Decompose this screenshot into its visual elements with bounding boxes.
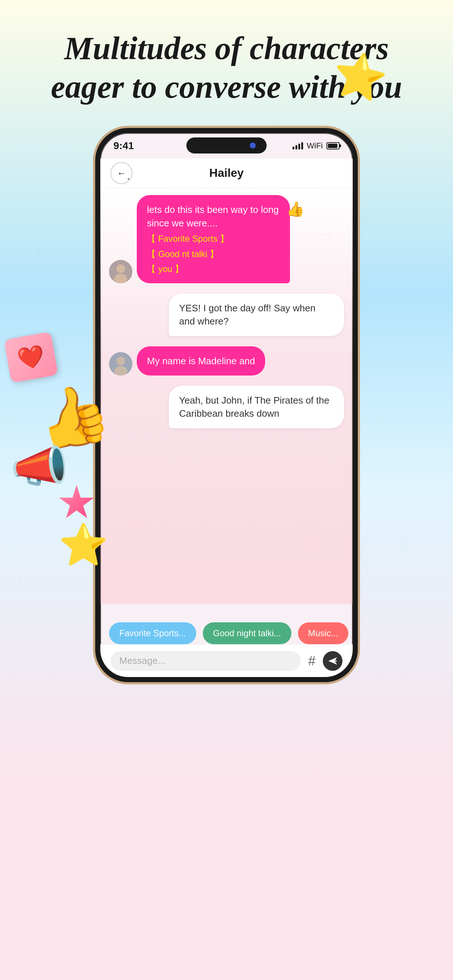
phone-notch bbox=[187, 137, 266, 153]
wifi-icon: WiFi bbox=[307, 141, 323, 151]
avatar bbox=[109, 352, 132, 375]
message-bubble-madeline: My name is Madeline and bbox=[137, 346, 265, 375]
status-icons: WiFi bbox=[292, 141, 340, 151]
battery-icon bbox=[327, 142, 340, 150]
message-row: lets do this its been way to long since … bbox=[109, 195, 344, 283]
input-bar: Message... # bbox=[100, 644, 353, 677]
chat-header: ← - Hailey bbox=[100, 159, 353, 188]
svg-point-5 bbox=[116, 264, 125, 273]
notch-camera bbox=[250, 143, 256, 148]
signal-icon bbox=[292, 142, 303, 150]
send-button[interactable] bbox=[323, 651, 343, 671]
message-bubble: lets do this its been way to long since … bbox=[137, 195, 290, 283]
thumbs-up-reaction: 👍 bbox=[286, 199, 305, 219]
hashtag-button[interactable]: # bbox=[308, 653, 316, 669]
star-decoration: ⭐ bbox=[329, 47, 391, 107]
status-time: 9:41 bbox=[113, 140, 134, 152]
chat-area[interactable]: ♡ ♡ ♡ ♡ lets do this its been way to lon… bbox=[100, 188, 353, 604]
message-row: YES! I got the day off! Say when and whe… bbox=[109, 293, 344, 336]
quick-reply-sports[interactable]: Favorite Sports... bbox=[109, 622, 196, 644]
svg-point-8 bbox=[116, 356, 125, 365]
quick-reply-goodnight[interactable]: Good night talki... bbox=[203, 622, 292, 644]
message-row: Yeah, but John, if The Pirates of the Ca… bbox=[109, 386, 344, 428]
phone-frame: 9:41 WiFi ← - Hailey bbox=[95, 128, 358, 682]
phone-wrapper: 9:41 WiFi ← - Hailey bbox=[0, 128, 453, 682]
message-bubble: YES! I got the day off! Say when and whe… bbox=[169, 293, 344, 336]
message-bubble: Yeah, but John, if The Pirates of the Ca… bbox=[169, 386, 344, 428]
quick-reply-music[interactable]: Music... bbox=[298, 622, 349, 644]
message-input[interactable]: Message... bbox=[110, 651, 301, 671]
quick-replies: Favorite Sports... Good night talki... M… bbox=[100, 622, 353, 644]
chat-title: Hailey bbox=[209, 166, 244, 180]
avatar bbox=[109, 260, 132, 283]
header-section: Multitudes of characters eager to conver… bbox=[0, 0, 453, 121]
message-row: My name is Madeline and bbox=[109, 346, 344, 375]
heart-reaction: ♡ bbox=[343, 325, 351, 337]
back-button[interactable]: ← - bbox=[110, 162, 132, 184]
